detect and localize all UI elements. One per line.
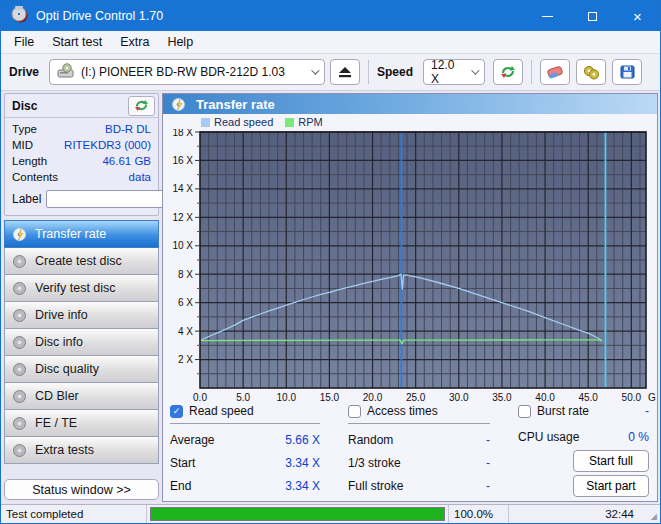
refresh-icon	[500, 65, 516, 79]
read-speed-checkbox[interactable]: ✓	[170, 405, 183, 418]
cpu-usage-row: CPU usage0 %	[518, 425, 649, 448]
menu-file[interactable]: File	[5, 33, 43, 51]
drive-value: (I:) PIONEER BD-RW BDR-212D 1.03	[81, 65, 285, 79]
svg-text:5.0: 5.0	[236, 392, 250, 401]
end-row: End3.34 X	[170, 474, 320, 497]
toolbar: Drive (I:) PIONEER BD-RW BDR-212D 1.03 S…	[1, 54, 660, 91]
save-icon	[620, 65, 635, 79]
svg-text:30.0: 30.0	[449, 392, 469, 401]
sidebar-item-cd-bler[interactable]: CD Bler	[4, 382, 159, 410]
sidebar-item-create-test-disc[interactable]: Create test disc	[4, 247, 159, 275]
read-speed-section: ✓ Read speed Average5.66 X Start3.34 X E…	[170, 402, 320, 501]
disc-icon	[12, 335, 27, 350]
third-stroke-row: 1/3 stroke-	[348, 451, 490, 474]
svg-text:15.0: 15.0	[320, 392, 340, 401]
svg-text:18 X: 18 X	[172, 129, 193, 138]
separator	[531, 60, 532, 84]
svg-text:GB: GB	[648, 392, 656, 401]
svg-text:2 X: 2 X	[178, 354, 193, 365]
access-times-checkbox[interactable]	[348, 405, 361, 418]
svg-text:6 X: 6 X	[178, 297, 193, 308]
copy-discs-button[interactable]	[576, 59, 606, 85]
window-title: Opti Drive Control 1.70	[36, 9, 163, 23]
erase-disc-button[interactable]	[540, 59, 570, 85]
panel-title: Transfer rate	[196, 97, 275, 112]
sidebar-item-drive-info[interactable]: Drive info	[4, 301, 159, 329]
drive-label: Drive	[9, 65, 39, 79]
minimize-icon	[542, 16, 553, 17]
disc-icon	[12, 254, 27, 269]
burst-rate-value: -	[645, 404, 649, 418]
menu-start-test[interactable]: Start test	[43, 33, 111, 51]
svg-text:8 X: 8 X	[178, 269, 193, 280]
sidebar-item-transfer-rate[interactable]: Transfer rate	[4, 220, 159, 248]
statusbar: Test completed 100.0% 32:44 ◢	[1, 504, 660, 523]
disc-icon	[12, 308, 27, 323]
start-value: 3.34 X	[285, 456, 320, 470]
eraser-icon	[547, 65, 563, 79]
drive-icon	[57, 63, 75, 82]
svg-text:0.0: 0.0	[193, 392, 207, 401]
sidebar-item-fe-te[interactable]: FE / TE	[4, 409, 159, 437]
app-window: Opti Drive Control 1.70 × File Start tes…	[0, 0, 661, 524]
access-times-label: Access times	[367, 404, 438, 418]
refresh-button[interactable]	[493, 59, 523, 85]
discs-icon	[583, 65, 600, 80]
separator	[368, 60, 369, 84]
disc-icon	[12, 362, 27, 377]
close-button[interactable]: ×	[615, 1, 660, 31]
eject-button[interactable]	[330, 59, 360, 85]
average-value: 5.66 X	[285, 433, 320, 447]
sidebar-item-disc-quality[interactable]: Disc quality	[4, 355, 159, 383]
sidebar: Transfer rate Create test disc Verify te…	[4, 221, 159, 464]
menu-extra[interactable]: Extra	[111, 33, 158, 51]
chevron-down-icon	[311, 66, 319, 74]
start-part-button[interactable]: Start part	[573, 475, 649, 497]
read-speed-label: Read speed	[189, 404, 254, 418]
burst-rate-checkbox[interactable]	[518, 405, 531, 418]
access-times-section: Access times Random- 1/3 stroke- Full st…	[348, 402, 490, 501]
status-window-button[interactable]: Status window >>	[4, 479, 159, 500]
cpu-usage-value: 0 %	[628, 430, 649, 444]
menubar: File Start test Extra Help	[1, 31, 660, 54]
disc-label-caption: Label	[12, 192, 41, 206]
disc-bolt-icon	[171, 97, 186, 112]
speed-label: Speed	[377, 65, 413, 79]
disc-type-value: BD-R DL	[105, 123, 151, 135]
disc-label-row: Label	[5, 185, 158, 211]
third-stroke-value: -	[486, 456, 490, 470]
resize-grip-icon: ◢	[648, 505, 660, 523]
svg-text:25.0: 25.0	[406, 392, 426, 401]
disc-icon	[12, 389, 27, 404]
titlebar: Opti Drive Control 1.70 ×	[1, 1, 660, 31]
disc-refresh-button[interactable]	[128, 96, 155, 116]
disc-row-type: TypeBD-R DL	[5, 121, 158, 137]
maximize-button[interactable]	[570, 1, 615, 31]
progress-bar	[147, 505, 449, 523]
svg-text:35.0: 35.0	[492, 392, 512, 401]
elapsed-time: 32:44	[509, 505, 648, 523]
svg-text:10 X: 10 X	[172, 240, 193, 251]
menu-help[interactable]: Help	[158, 33, 202, 51]
svg-text:12 X: 12 X	[172, 212, 193, 223]
drive-select[interactable]: (I:) PIONEER BD-RW BDR-212D 1.03	[49, 59, 325, 85]
disc-mid-value: RITEKDR3 (000)	[64, 139, 151, 151]
random-row: Random-	[348, 428, 490, 451]
start-row: Start3.34 X	[170, 451, 320, 474]
save-button[interactable]	[612, 59, 642, 85]
disc-bolt-icon	[12, 227, 27, 242]
minimize-button[interactable]	[525, 1, 570, 31]
start-full-button[interactable]: Start full	[573, 450, 649, 472]
average-row: Average5.66 X	[170, 428, 320, 451]
sidebar-item-disc-info[interactable]: Disc info	[4, 328, 159, 356]
sidebar-item-verify-test-disc[interactable]: Verify test disc	[4, 274, 159, 302]
sidebar-item-extra-tests[interactable]: Extra tests	[4, 436, 159, 464]
speed-select[interactable]: 12.0 X	[423, 59, 485, 85]
progress-fill	[151, 508, 444, 520]
svg-text:40.0: 40.0	[535, 392, 555, 401]
refresh-icon	[134, 99, 149, 112]
random-value: -	[486, 433, 490, 447]
burst-rate-section: Burst rate - CPU usage0 % Start full Sta…	[518, 402, 649, 501]
app-disc-icon	[11, 6, 28, 26]
svg-text:4 X: 4 X	[178, 326, 193, 337]
